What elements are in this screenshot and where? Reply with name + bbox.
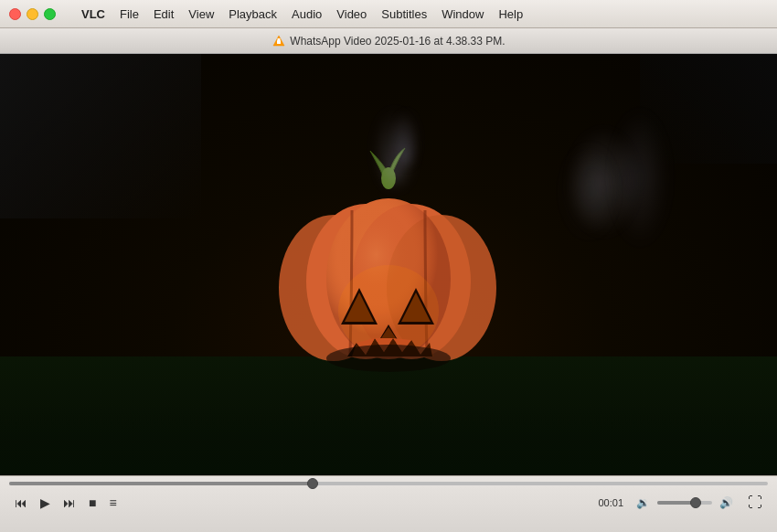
volume-thumb[interactable] (690, 497, 701, 508)
menu-item-window[interactable]: Window (434, 0, 491, 27)
progress-fill (9, 482, 313, 485)
close-button[interactable] (9, 8, 21, 20)
fastforward-button[interactable]: ⏭ (58, 492, 81, 514)
volume-area: 🔉 🔊 (633, 495, 737, 511)
progress-bar[interactable] (9, 482, 768, 485)
buttons-row: ⏮ ▶ ⏭ ■ ≡ 00:01 🔉 🔊 ⛶ (9, 491, 768, 515)
menu-item-file[interactable]: File (112, 0, 146, 27)
stop-button[interactable]: ■ (83, 492, 101, 514)
controls-bar: ⏮ ▶ ⏭ ■ ≡ 00:01 🔉 🔊 ⛶ (0, 475, 777, 532)
rewind-button[interactable]: ⏮ (9, 492, 33, 514)
play-icon: ▶ (40, 495, 50, 510)
stop-icon: ■ (89, 495, 96, 510)
video-player[interactable] (0, 54, 777, 475)
playlist-icon: ≡ (109, 495, 116, 510)
menu-bar: VLC File Edit View Playback Audio Video … (0, 0, 777, 28)
fullscreen-button[interactable]: ⛶ (742, 491, 768, 515)
menu-item-video[interactable]: Video (329, 0, 374, 27)
menu-item-view[interactable]: View (181, 0, 221, 27)
maximize-button[interactable] (44, 8, 56, 20)
svg-point-17 (326, 345, 451, 372)
menu-item-audio[interactable]: Audio (284, 0, 329, 27)
time-display: 00:01 (598, 497, 623, 508)
volume-icon: 🔉 (636, 496, 650, 509)
menu-item-help[interactable]: Help (491, 0, 530, 27)
rewind-icon: ⏮ (15, 495, 27, 510)
volume-slider[interactable] (657, 501, 712, 505)
playlist-button[interactable]: ≡ (103, 492, 122, 514)
svg-rect-1 (277, 40, 281, 44)
video-scene (0, 54, 777, 475)
window-titlebar: WhatsApp Video 2025-01-16 at 4.38.33 PM. (0, 28, 777, 54)
menu-item-vlc[interactable]: VLC (74, 0, 112, 27)
fastforward-icon: ⏭ (63, 495, 76, 510)
apple-menu[interactable] (59, 0, 74, 27)
progress-row (9, 482, 768, 485)
window-title: WhatsApp Video 2025-01-16 at 4.38.33 PM. (290, 35, 505, 48)
traffic-lights (0, 8, 56, 20)
volume-max-icon: 🔊 (716, 495, 737, 511)
progress-thumb[interactable] (307, 478, 318, 489)
play-button[interactable]: ▶ (35, 492, 56, 514)
volume-button[interactable]: 🔉 (633, 495, 654, 511)
svg-rect-2 (278, 38, 281, 41)
pumpkin-svg (233, 146, 544, 420)
menu-item-playback[interactable]: Playback (221, 0, 284, 27)
menu-item-edit[interactable]: Edit (146, 0, 181, 27)
menu-item-subtitles[interactable]: Subtitles (374, 0, 434, 27)
vlc-icon (271, 34, 286, 48)
fullscreen-icon: ⛶ (748, 495, 762, 511)
minimize-button[interactable] (27, 8, 38, 20)
